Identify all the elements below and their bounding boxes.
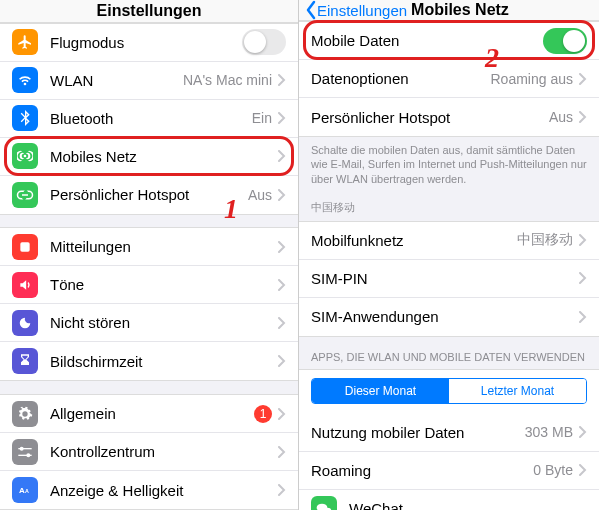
row-label: Mobilfunknetz bbox=[311, 232, 517, 249]
row-label: Persönlicher Hotspot bbox=[311, 109, 549, 126]
row-value: Aus bbox=[248, 187, 272, 203]
row-label: Datenoptionen bbox=[311, 70, 491, 87]
chevron-right-icon bbox=[278, 355, 286, 367]
segment-this-month[interactable]: Dieser Monat bbox=[312, 379, 449, 403]
row-label: Mobiles Netz bbox=[50, 148, 278, 165]
row-label: Anzeige & Helligkeit bbox=[50, 482, 278, 499]
row-data-options[interactable]: 2 Datenoptionen Roaming aus bbox=[299, 60, 599, 98]
row-hotspot[interactable]: Persönlicher Hotspot Aus bbox=[0, 176, 298, 214]
row-notifications[interactable]: Mitteilungen bbox=[0, 228, 298, 266]
sliders-icon bbox=[12, 439, 38, 465]
row-label: Bluetooth bbox=[50, 110, 252, 127]
row-dnd[interactable]: Nicht stören bbox=[0, 304, 298, 342]
group-mobile-data: Mobile Daten 2 Datenoptionen Roaming aus… bbox=[299, 21, 599, 137]
chevron-right-icon bbox=[278, 74, 286, 86]
svg-rect-2 bbox=[18, 448, 31, 449]
svg-text:A: A bbox=[19, 486, 25, 495]
row-label: Mitteilungen bbox=[50, 238, 278, 255]
chevron-right-icon bbox=[278, 279, 286, 291]
group-general: Allgemein 1 Kontrollzentrum AA Anzeige &… bbox=[0, 394, 298, 510]
chevron-right-icon bbox=[278, 112, 286, 124]
row-label: Mobile Daten bbox=[311, 32, 543, 49]
row-screentime[interactable]: Bildschirmzeit bbox=[0, 342, 298, 380]
row-sim-apps[interactable]: SIM-Anwendungen bbox=[299, 298, 599, 336]
chevron-right-icon bbox=[579, 111, 587, 123]
airplane-icon bbox=[12, 29, 38, 55]
moon-icon bbox=[12, 310, 38, 336]
row-network[interactable]: Mobilfunknetz 中国移动 bbox=[299, 222, 599, 260]
update-badge: 1 bbox=[254, 405, 272, 423]
settings-title: Einstellungen bbox=[0, 0, 298, 23]
back-label: Einstellungen bbox=[317, 2, 407, 19]
display-icon: AA bbox=[12, 477, 38, 503]
group-notifications: Mitteilungen Töne Nicht stören bbox=[0, 227, 298, 381]
sounds-icon bbox=[12, 272, 38, 298]
detail-header: Einstellungen Mobiles Netz bbox=[299, 0, 599, 21]
group-connectivity: Flugmodus WLAN NA's Mac mini Bluetooth E… bbox=[0, 23, 298, 215]
row-value: Roaming aus bbox=[491, 71, 574, 87]
row-label: Persönlicher Hotspot bbox=[50, 186, 248, 203]
chevron-right-icon bbox=[579, 426, 587, 438]
svg-rect-0 bbox=[20, 242, 29, 251]
chevron-right-icon bbox=[579, 311, 587, 323]
row-controlcenter[interactable]: Kontrollzentrum bbox=[0, 433, 298, 471]
mobile-data-toggle[interactable] bbox=[543, 28, 587, 54]
chevron-right-icon bbox=[579, 73, 587, 85]
row-label: Kontrollzentrum bbox=[50, 443, 278, 460]
row-label: WLAN bbox=[50, 72, 183, 89]
segment-last-month[interactable]: Letzter Monat bbox=[449, 379, 586, 403]
row-personal-hotspot[interactable]: Persönlicher Hotspot Aus bbox=[299, 98, 599, 136]
chevron-right-icon bbox=[278, 446, 286, 458]
row-mobile-data[interactable]: Mobile Daten bbox=[299, 22, 599, 60]
chevron-right-icon bbox=[278, 317, 286, 329]
chevron-right-icon bbox=[278, 189, 286, 201]
wifi-icon bbox=[12, 67, 38, 93]
row-label: WeChat bbox=[349, 500, 587, 510]
row-wechat[interactable]: WeChat bbox=[299, 490, 599, 510]
svg-text:A: A bbox=[25, 488, 29, 494]
settings-root-pane: Einstellungen Flugmodus WLAN NA's Mac mi… bbox=[0, 0, 299, 510]
row-value: 中国移动 bbox=[517, 231, 573, 249]
cellular-detail-pane: Einstellungen Mobiles Netz Mobile Daten … bbox=[299, 0, 599, 510]
chevron-right-icon bbox=[579, 464, 587, 476]
row-label: SIM-PIN bbox=[311, 270, 579, 287]
row-sounds[interactable]: Töne bbox=[0, 266, 298, 304]
chevron-right-icon bbox=[278, 408, 286, 420]
row-value: 0 Byte bbox=[533, 462, 573, 478]
row-value: NA's Mac mini bbox=[183, 72, 272, 88]
row-general[interactable]: Allgemein 1 bbox=[0, 395, 298, 433]
chevron-right-icon bbox=[278, 484, 286, 496]
row-label: Bildschirmzeit bbox=[50, 353, 278, 370]
row-label: Roaming bbox=[311, 462, 533, 479]
group-carrier: Mobilfunknetz 中国移动 SIM-PIN SIM-Anwendung… bbox=[299, 221, 599, 337]
row-label: Töne bbox=[50, 276, 278, 293]
chevron-right-icon bbox=[278, 150, 286, 162]
apps-header: APPS, DIE WLAN UND MOBILE DATEN VERWENDE… bbox=[299, 337, 599, 369]
carrier-header: 中国移动 bbox=[299, 196, 599, 221]
row-bluetooth[interactable]: Bluetooth Ein bbox=[0, 100, 298, 138]
row-wlan[interactable]: WLAN NA's Mac mini bbox=[0, 62, 298, 100]
hotspot-icon bbox=[12, 182, 38, 208]
row-cellular[interactable]: Mobiles Netz bbox=[0, 138, 298, 176]
row-value: Ein bbox=[252, 110, 272, 126]
gear-icon bbox=[12, 401, 38, 427]
row-label: SIM-Anwendungen bbox=[311, 308, 579, 325]
row-sim-pin[interactable]: SIM-PIN bbox=[299, 260, 599, 298]
hourglass-icon bbox=[12, 348, 38, 374]
group-usage: Nutzung mobiler Daten 303 MB Roaming 0 B… bbox=[299, 414, 599, 510]
row-value: Aus bbox=[549, 109, 573, 125]
back-button[interactable]: Einstellungen bbox=[305, 0, 407, 20]
svg-rect-4 bbox=[18, 454, 31, 455]
row-usage[interactable]: Nutzung mobiler Daten 303 MB bbox=[299, 414, 599, 452]
mobile-data-footer: Schalte die mobilen Daten aus, damit säm… bbox=[299, 137, 599, 196]
row-airplane[interactable]: Flugmodus bbox=[0, 24, 298, 62]
row-roaming[interactable]: Roaming 0 Byte bbox=[299, 452, 599, 490]
cellular-icon bbox=[12, 143, 38, 169]
row-display[interactable]: AA Anzeige & Helligkeit bbox=[0, 471, 298, 509]
row-value: 303 MB bbox=[525, 424, 573, 440]
chevron-right-icon bbox=[579, 234, 587, 246]
airplane-toggle[interactable] bbox=[242, 29, 286, 55]
row-label: Allgemein bbox=[50, 405, 254, 422]
period-segmented: Dieser Monat Letzter Monat bbox=[311, 378, 587, 404]
bluetooth-icon bbox=[12, 105, 38, 131]
